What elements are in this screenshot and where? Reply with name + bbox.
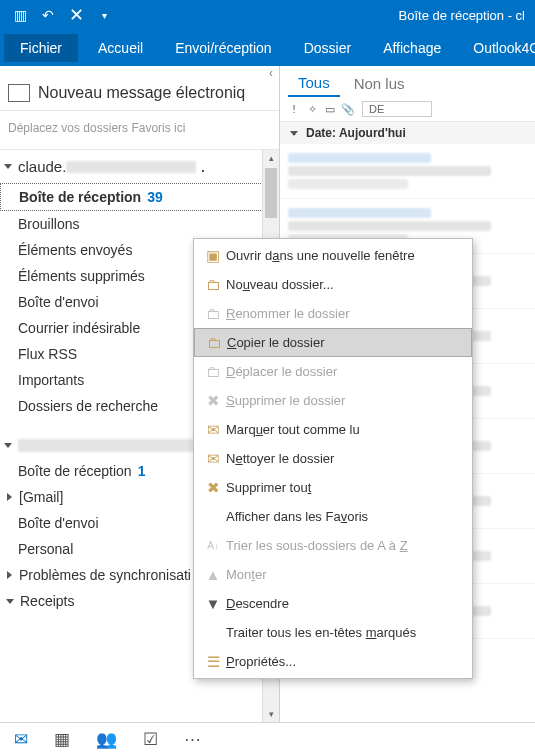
ctx-delete-all[interactable]: ✖Supprimer tout — [194, 473, 472, 502]
nav-people-icon[interactable]: 👥 — [96, 729, 117, 750]
nav-tasks-icon[interactable]: ☑ — [143, 729, 158, 750]
ctx-rename-folder: 🗀Renommer le dossier — [194, 299, 472, 328]
folder-inbox[interactable]: Boîte de réception 39 — [0, 183, 279, 211]
delete-icon: ✖ — [200, 392, 226, 410]
folder-icon: 🗀 — [201, 334, 227, 351]
folder-drafts[interactable]: Brouillons — [0, 211, 279, 237]
new-message-button[interactable]: Nouveau message électroniq — [0, 80, 279, 111]
tab-all[interactable]: Tous — [288, 70, 340, 97]
quick-access-icon[interactable]: ▥ — [6, 2, 34, 28]
ctx-copy-folder[interactable]: 🗀Copier le dossier — [194, 328, 472, 357]
expand-icon[interactable] — [7, 493, 12, 501]
tab-file[interactable]: Fichier — [4, 34, 78, 62]
importance-icon[interactable]: ! — [286, 103, 302, 115]
sort-icon: A↓ — [200, 540, 226, 551]
nav-calendar-icon[interactable]: ▦ — [54, 729, 70, 750]
ctx-delete-folder: ✖Supprimer le dossier — [194, 386, 472, 415]
delete-all-icon: ✖ — [200, 479, 226, 497]
ctx-move-down[interactable]: ▼Descendre — [194, 589, 472, 618]
ctx-open-new-window[interactable]: ▣Ouvrir dans une nouvelle fenêtre — [194, 241, 472, 270]
tab-unread[interactable]: Non lus — [344, 71, 415, 96]
tab-dossier[interactable]: Dossier — [292, 34, 363, 62]
ctx-process-headers[interactable]: Traiter tous les en-têtes marqués — [194, 618, 472, 647]
reminder-icon[interactable]: ✧ — [304, 103, 320, 116]
account-header-1[interactable]: claude. . — [0, 150, 279, 183]
redacted-text — [66, 161, 196, 173]
qat-customize-icon[interactable]: ▾ — [90, 2, 118, 28]
envelope-icon: ✉ — [200, 421, 226, 439]
collapse-pane-icon[interactable]: ‹ — [269, 66, 273, 80]
window-icon: ▣ — [200, 247, 226, 265]
expand-icon[interactable] — [4, 443, 12, 448]
up-icon: ▲ — [200, 566, 226, 583]
new-message-label: Nouveau message électroniq — [38, 84, 245, 102]
window-title: Boîte de réception - cl — [399, 8, 525, 23]
nav-mail-icon[interactable]: ✉ — [14, 729, 28, 750]
expand-icon[interactable] — [6, 599, 14, 604]
folder-icon: 🗀 — [200, 305, 226, 322]
tab-accueil[interactable]: Accueil — [86, 34, 155, 62]
tab-outlook4gm[interactable]: Outlook4Gm — [461, 34, 535, 62]
column-header-row: ! ✧ ▭ 📎 DE — [280, 97, 535, 122]
tab-affichage[interactable]: Affichage — [371, 34, 453, 62]
ctx-clean-folder[interactable]: ✉Nettoyer le dossier — [194, 444, 472, 473]
list-item[interactable] — [280, 144, 535, 199]
tab-envoi-reception[interactable]: Envoi/réception — [163, 34, 284, 62]
attachment-icon[interactable]: 📎 — [340, 103, 356, 116]
folder-icon: 🗀 — [200, 363, 226, 380]
ctx-sort-az: A↓Trier les sous-dossiers de A à Z — [194, 531, 472, 560]
filter-tabs: Tous Non lus — [280, 66, 535, 97]
account-name: claude. — [18, 158, 66, 175]
ctx-move-up: ▲Monter — [194, 560, 472, 589]
new-mail-icon — [8, 84, 30, 102]
undo-icon[interactable]: ↶ — [34, 2, 62, 28]
ctx-mark-all-read[interactable]: ✉Marquer tout comme lu — [194, 415, 472, 444]
close-icon[interactable]: ✕ — [62, 2, 90, 28]
from-column[interactable]: DE — [362, 101, 432, 117]
collapse-group-icon[interactable] — [290, 131, 298, 136]
title-bar: ▥ ↶ ✕ ▾ Boîte de réception - cl — [0, 0, 535, 30]
account-trailing: . — [200, 156, 205, 177]
redacted-text — [18, 439, 198, 452]
broom-icon: ✉ — [200, 450, 226, 468]
ctx-move-folder: 🗀Déplacer le dossier — [194, 357, 472, 386]
down-icon: ▼ — [200, 595, 226, 612]
expand-icon[interactable] — [7, 571, 12, 579]
ctx-new-folder[interactable]: 🗀Nouveau dossier... — [194, 270, 472, 299]
ctx-show-favorites[interactable]: Afficher dans les Favoris — [194, 502, 472, 531]
folder-label: Boîte de réception — [19, 189, 141, 205]
nav-more-icon[interactable]: ⋯ — [184, 729, 201, 750]
ribbon: Fichier Accueil Envoi/réception Dossier … — [0, 30, 535, 66]
expand-icon[interactable] — [4, 164, 12, 169]
favorites-hint: Déplacez vos dossiers Favoris ici — [0, 111, 279, 150]
folder-context-menu: ▣Ouvrir dans une nouvelle fenêtre 🗀Nouve… — [193, 238, 473, 679]
date-group-header[interactable]: Date: Aujourd'hui — [280, 122, 535, 144]
ctx-properties[interactable]: ☰Propriétés... — [194, 647, 472, 676]
folder-icon: 🗀 — [200, 276, 226, 293]
nav-bar: ✉ ▦ 👥 ☑ ⋯ — [0, 722, 535, 756]
folder-count: 39 — [147, 189, 163, 205]
icon-col[interactable]: ▭ — [322, 103, 338, 116]
properties-icon: ☰ — [200, 653, 226, 671]
